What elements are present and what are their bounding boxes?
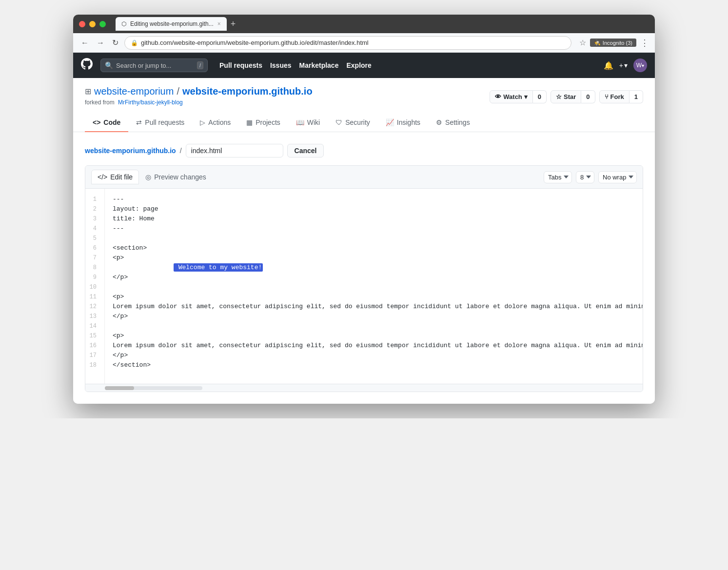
- github-header-right: 🔔 + ▾ W ▾: [604, 59, 647, 72]
- breadcrumb-repo-link[interactable]: website-emporium.github.io: [85, 147, 176, 155]
- settings-icon: ⚙: [436, 118, 442, 126]
- browser-addressbar: ← → ↻ 🔒 github.com/website-emporium/webs…: [73, 33, 655, 53]
- notification-button[interactable]: 🔔: [604, 61, 613, 70]
- scrollbar-track: [105, 386, 202, 390]
- active-browser-tab[interactable]: ⬡ Editing website-emporium.gith... ×: [116, 17, 227, 31]
- code-line-17: </p>: [113, 351, 643, 360]
- nav-pull-requests[interactable]: Pull requests: [219, 61, 262, 69]
- repo-header: ⊞ website-emporium / website-emporium.gi…: [73, 78, 655, 132]
- refresh-button[interactable]: ↻: [110, 37, 120, 48]
- bookmark-button[interactable]: ☆: [579, 38, 586, 47]
- watch-chevron: ▾: [524, 93, 528, 100]
- tab-pull-requests[interactable]: ⇄ Pull requests: [128, 114, 192, 132]
- avatar-text: W: [636, 62, 642, 69]
- line-num-10: 10: [89, 282, 100, 292]
- github-search[interactable]: 🔍 Search or jump to... /: [100, 59, 208, 72]
- fork-group: ⑂ Fork 1: [599, 90, 643, 103]
- editor-container: </> Edit file ◎ Preview changes Tabs 8 N…: [85, 165, 643, 392]
- insights-icon: 📈: [386, 118, 394, 126]
- wiki-tab-label: Wiki: [307, 118, 320, 126]
- code-line-5: [113, 234, 643, 243]
- github-header: 🔍 Search or jump to... / Pull requests I…: [73, 53, 655, 78]
- plus-icon: +: [619, 61, 623, 69]
- browser-titlebar: ⬡ Editing website-emporium.gith... × +: [73, 15, 655, 33]
- forked-from-link[interactable]: MrFirthy/basic-jekyll-blog: [118, 99, 183, 106]
- line-num-7: 7: [89, 253, 100, 263]
- star-count: 0: [581, 90, 595, 103]
- edit-file-label: Edit file: [110, 173, 133, 181]
- browser-window: ⬡ Editing website-emporium.gith... × + ←…: [73, 15, 655, 404]
- line-num-5: 5: [89, 234, 100, 243]
- code-content[interactable]: --- layout: page title: Home --- <sectio…: [105, 189, 643, 384]
- plus-button[interactable]: + ▾: [619, 61, 628, 69]
- repo-name[interactable]: website-emporium.github.io: [182, 86, 313, 97]
- code-area[interactable]: 1 2 3 4 5 6 7 8 9 10 11 12 13 14 15 16 1: [85, 189, 643, 384]
- projects-tab-label: Projects: [256, 118, 280, 126]
- repo-icon: ⊞: [85, 87, 91, 96]
- line-num-13: 13: [89, 312, 100, 321]
- tab-close-button[interactable]: ×: [217, 20, 221, 27]
- back-button[interactable]: ←: [79, 38, 91, 48]
- editor-controls: Tabs 8 No wrap: [544, 171, 637, 183]
- preview-icon: ◎: [145, 173, 151, 181]
- tab-actions[interactable]: ▷ Actions: [192, 114, 238, 132]
- search-kbd: /: [197, 61, 203, 69]
- search-placeholder: Search or jump to...: [116, 62, 194, 69]
- star-label: Star: [564, 93, 576, 100]
- maximize-dot[interactable]: [99, 21, 106, 27]
- line-num-14: 14: [89, 321, 100, 331]
- incognito-icon: 🕵: [594, 39, 601, 46]
- edit-file-tab[interactable]: </> Edit file: [91, 170, 139, 184]
- code-line-16: Lorem ipsum dolor sit amet, consectetur …: [113, 341, 643, 351]
- tab-wiki[interactable]: 📖 Wiki: [288, 114, 328, 132]
- scrollbar-thumb[interactable]: [105, 386, 134, 390]
- nav-marketplace[interactable]: Marketplace: [299, 61, 339, 69]
- nav-explore[interactable]: Explore: [346, 61, 371, 69]
- nav-issues[interactable]: Issues: [270, 61, 292, 69]
- code-icon: <>: [93, 118, 100, 126]
- preview-changes-label: Preview changes: [154, 173, 206, 181]
- user-avatar[interactable]: W ▾: [633, 59, 647, 72]
- github-logo[interactable]: [81, 58, 93, 73]
- star-button[interactable]: ☆ Star: [551, 90, 581, 103]
- incognito-label: Incognito (3): [603, 40, 632, 46]
- star-group: ☆ Star 0: [551, 90, 595, 103]
- repo-title-area: ⊞ website-emporium / website-emporium.gi…: [85, 86, 313, 108]
- file-name-input[interactable]: [186, 144, 283, 157]
- address-bar[interactable]: 🔒 github.com/website-emporium/website-em…: [124, 36, 571, 50]
- eye-icon: 👁: [495, 93, 501, 100]
- watch-button[interactable]: 👁 Watch ▾: [490, 90, 533, 103]
- repo-title: ⊞ website-emporium / website-emporium.gi…: [85, 86, 313, 97]
- line-num-2: 2: [89, 204, 100, 214]
- minimize-dot[interactable]: [89, 21, 96, 27]
- projects-icon: ▦: [246, 118, 253, 126]
- tab-insights[interactable]: 📈 Insights: [378, 114, 428, 132]
- wrap-mode-select[interactable]: No wrap: [598, 171, 637, 183]
- tab-settings[interactable]: ⚙ Settings: [428, 114, 478, 132]
- tab-code[interactable]: <> Code: [85, 114, 128, 132]
- horizontal-scrollbar[interactable]: [85, 384, 643, 392]
- line-num-8: 8: [89, 263, 100, 273]
- indent-mode-select[interactable]: Tabs: [544, 171, 572, 183]
- code-line-2: layout: page: [113, 204, 643, 214]
- code-line-14: [113, 321, 643, 331]
- preview-changes-tab[interactable]: ◎ Preview changes: [139, 170, 213, 184]
- incognito-badge: 🕵 Incognito (3): [590, 39, 636, 47]
- line-num-3: 3: [89, 214, 100, 224]
- fork-icon: ⑂: [605, 93, 609, 100]
- file-path-row: website-emporium.github.io / Cancel: [85, 144, 643, 157]
- close-dot[interactable]: [79, 21, 85, 27]
- code-line-12: Lorem ipsum dolor sit amet, consectetur …: [113, 302, 643, 312]
- line-num-16: 16: [89, 341, 100, 351]
- fork-button[interactable]: ⑂ Fork: [599, 90, 630, 103]
- tab-projects[interactable]: ▦ Projects: [238, 114, 288, 132]
- line-num-6: 6: [89, 243, 100, 253]
- line-numbers: 1 2 3 4 5 6 7 8 9 10 11 12 13 14 15 16 1: [85, 189, 105, 384]
- repo-owner[interactable]: website-emporium: [94, 86, 174, 97]
- browser-menu-button[interactable]: ⋮: [640, 38, 649, 48]
- new-tab-button[interactable]: +: [229, 19, 238, 29]
- forward-button[interactable]: →: [95, 38, 106, 48]
- tab-security[interactable]: 🛡 Security: [328, 114, 378, 132]
- cancel-button[interactable]: Cancel: [287, 144, 324, 157]
- indent-size-select[interactable]: 8: [576, 171, 594, 183]
